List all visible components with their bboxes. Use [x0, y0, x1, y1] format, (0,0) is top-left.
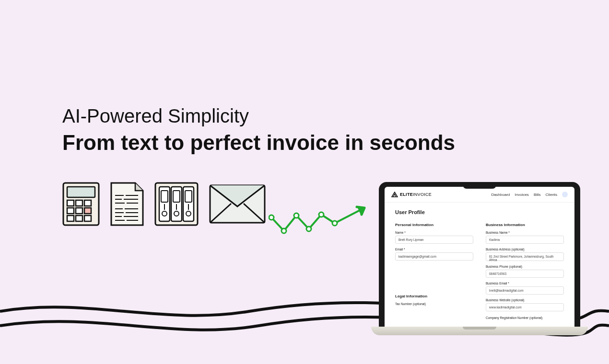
bemail-input[interactable]: brett@kadimadigital.com	[486, 286, 564, 295]
nav-dashboard[interactable]: Dashboard	[491, 193, 510, 197]
bweb-label: Business Website (optional)	[486, 298, 564, 302]
bweb-input[interactable]: www.kadimadigital.com	[486, 303, 564, 311]
growth-arrow-icon	[269, 201, 374, 246]
svg-point-41	[281, 228, 286, 233]
personal-heading: Personal Information	[395, 223, 473, 227]
nav-bills[interactable]: Bills	[534, 193, 541, 197]
email-input[interactable]: kadimaengage@gmail.com	[395, 252, 473, 261]
bemail-label: Business Email *	[486, 282, 564, 285]
svg-point-45	[332, 221, 337, 226]
tax-label: Tax Number (optional)	[395, 302, 473, 306]
baddr-label: Business Address (optional)	[486, 248, 564, 251]
svg-rect-2	[67, 200, 74, 206]
svg-rect-9	[76, 216, 82, 221]
reg-label: Company Registration Number (optional)	[486, 316, 564, 319]
laptop-base	[371, 327, 588, 335]
laptop-mockup: ELITEINVOICE Dashboard Invoices Bills Cl…	[379, 182, 580, 335]
svg-rect-8	[67, 216, 74, 221]
svg-point-42	[294, 213, 299, 218]
svg-rect-1	[67, 187, 95, 197]
envelope-icon	[209, 184, 266, 224]
svg-point-40	[269, 215, 274, 220]
nav-clients[interactable]: Clients	[546, 193, 557, 197]
avatar[interactable]	[562, 192, 568, 197]
svg-point-44	[319, 212, 324, 217]
hero-title: From text to perfect invoice in seconds	[62, 131, 455, 155]
svg-point-43	[306, 227, 311, 231]
svg-rect-4	[84, 200, 91, 206]
bphone-input[interactable]: 0848716563	[486, 270, 564, 278]
hero-subtitle: AI-Powered Simplicity	[62, 105, 455, 127]
document-icon	[110, 182, 144, 226]
bname-input[interactable]: Kadima	[486, 236, 564, 244]
app-header: ELITEINVOICE Dashboard Invoices Bills Cl…	[385, 187, 574, 203]
svg-rect-3	[76, 200, 82, 206]
baddr-input[interactable]: 81 2nd Street Parkmore, Johannesburg, So…	[486, 252, 564, 261]
app-screen: ELITEINVOICE Dashboard Invoices Bills Cl…	[385, 187, 574, 327]
bphone-label: Business Phone (optional)	[486, 265, 564, 268]
nav-invoices[interactable]: Invoices	[515, 193, 529, 197]
binders-icon	[154, 182, 199, 226]
app-logo: ELITEINVOICE	[391, 192, 432, 197]
business-heading: Business Information	[486, 223, 564, 227]
page-title: User Profile	[395, 209, 564, 215]
svg-rect-10	[84, 216, 91, 221]
svg-rect-7	[84, 208, 91, 214]
name-label: Name *	[395, 231, 473, 234]
name-input[interactable]: Brett Rory Lipman	[395, 236, 473, 244]
legal-heading: Legal Information	[395, 294, 473, 298]
bname-label: Business Name *	[486, 231, 564, 234]
icon-row	[62, 182, 266, 226]
svg-rect-5	[67, 208, 74, 214]
svg-rect-6	[76, 208, 82, 214]
email-label: Email *	[395, 248, 473, 251]
calculator-icon	[62, 182, 100, 226]
